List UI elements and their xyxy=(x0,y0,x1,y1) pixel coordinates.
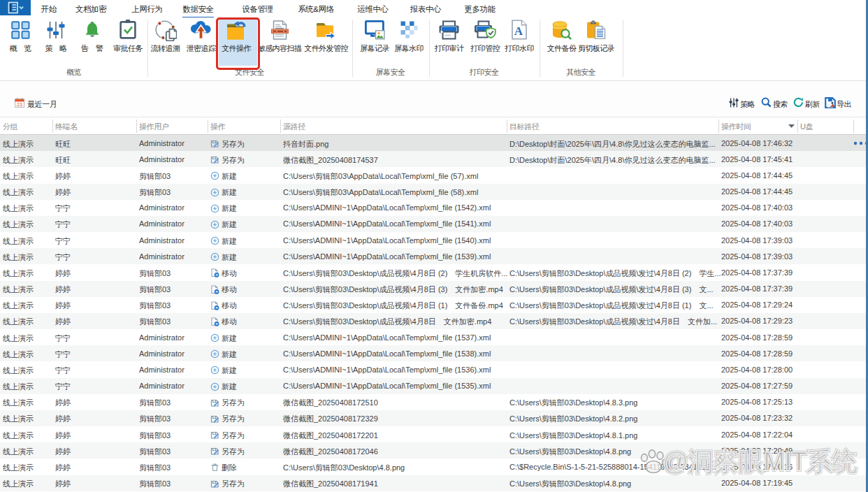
svg-text:@洞察眼MIT系统: @洞察眼MIT系统 xyxy=(663,447,857,476)
svg-text:23: 23 xyxy=(17,101,22,108)
svg-text:A: A xyxy=(514,24,523,38)
